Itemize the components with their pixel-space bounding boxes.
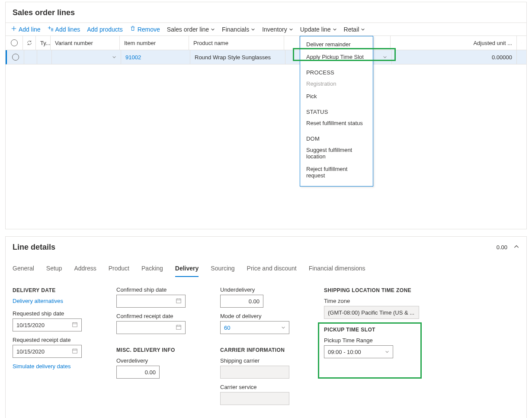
confirmed-ship-date-label: Confirmed ship date	[116, 286, 203, 293]
line-details-panel: Line details 0.00 General Setup Address …	[5, 236, 527, 418]
status-header: STATUS	[300, 103, 373, 117]
misc-delivery-header: MISC. DELIVERY INFO	[116, 347, 203, 353]
timezone-label: Time zone	[324, 298, 419, 304]
refresh-column[interactable]	[23, 36, 36, 50]
update-line-menu[interactable]: Update line	[300, 26, 337, 33]
chevron-down-icon	[211, 26, 215, 33]
tab-general[interactable]: General	[13, 262, 34, 277]
row-variant-cell[interactable]	[52, 50, 121, 64]
update-line-label: Update line	[300, 26, 331, 33]
tab-price-discount[interactable]: Price and discount	[247, 262, 297, 277]
chevron-down-icon	[289, 26, 293, 33]
add-lines-label: Add lines	[55, 26, 80, 33]
inventory-label: Inventory	[262, 26, 287, 33]
grid-empty-space	[6, 64, 526, 229]
more-columns-button[interactable]	[517, 36, 526, 50]
svg-rect-5	[176, 299, 181, 303]
timezone-input: (GMT-08:00) Pacific Time (US & ...	[324, 306, 419, 319]
panel-title: Sales order lines	[6, 2, 526, 23]
inventory-menu[interactable]: Inventory	[262, 26, 293, 33]
blank-column	[284, 36, 300, 50]
pickup-time-range-select[interactable]: 09:00 - 10:00	[324, 345, 393, 358]
svg-rect-6	[176, 325, 181, 329]
simulate-delivery-dates-link[interactable]: Simulate delivery dates	[13, 363, 99, 370]
overdelivery-input[interactable]: 0.00	[116, 366, 160, 379]
tab-address[interactable]: Address	[74, 262, 96, 277]
deliver-remainder-item[interactable]: Deliver remainder	[300, 38, 373, 51]
variant-column[interactable]: Variant number	[51, 36, 120, 50]
underdelivery-label: Underdelivery	[220, 286, 307, 293]
mode-of-delivery-value: 60	[224, 325, 230, 331]
sales-order-lines-panel: Sales order lines Add line Add lines Add…	[5, 2, 527, 229]
panel-title-text: Sales order lines	[13, 8, 75, 17]
line-details-amount: 0.00	[497, 244, 507, 251]
circle-icon	[11, 39, 18, 46]
tab-product[interactable]: Product	[109, 262, 129, 277]
overdelivery-label: Overdelivery	[116, 357, 203, 364]
carrier-service-label: Carrier service	[220, 384, 307, 390]
requested-receipt-date-input[interactable]: 10/15/2020	[13, 345, 82, 358]
confirmed-receipt-date-label: Confirmed receipt date	[116, 313, 203, 319]
adjusted-unit-column[interactable]: Adjusted unit ...	[391, 36, 517, 50]
row-type-cell	[37, 50, 52, 64]
dom-header: DOM	[300, 129, 373, 144]
mode-of-delivery-select[interactable]: 60	[220, 321, 289, 334]
requested-receipt-date-value: 10/15/2020	[16, 348, 45, 355]
trash-icon	[130, 26, 136, 33]
tz-pts-group: SHIPPING LOCATION TIME ZONE Time zone (G…	[324, 285, 419, 410]
pickup-time-slot-group: PICKUP TIME SLOT Pickup Time Range 09:00…	[324, 327, 419, 358]
add-line-button[interactable]: Add line	[11, 26, 41, 33]
tab-sourcing[interactable]: Sourcing	[211, 262, 234, 277]
sales-order-line-menu[interactable]: Sales order line	[167, 26, 215, 33]
overdelivery-value: 0.00	[145, 369, 156, 376]
confirmed-receipt-date-input[interactable]	[116, 321, 186, 334]
table-row[interactable]: 91002 Round Wrap Style Sunglasses Stock …	[6, 50, 526, 64]
chevron-up-icon[interactable]	[513, 244, 519, 251]
tab-delivery[interactable]: Delivery	[175, 262, 199, 277]
pickup-time-slot-header: PICKUP TIME SLOT	[324, 327, 419, 333]
tab-setup[interactable]: Setup	[46, 262, 62, 277]
chevron-down-icon	[333, 26, 337, 33]
row-more-cell	[517, 50, 526, 64]
process-header: PROCESS	[300, 63, 373, 77]
retail-menu[interactable]: Retail	[344, 26, 365, 33]
reset-fulfillment-item[interactable]: Reset fulfillment status	[300, 117, 373, 129]
tab-financial-dimensions[interactable]: Financial dimensions	[309, 262, 365, 277]
calendar-icon	[176, 298, 182, 305]
row-select[interactable]	[7, 50, 24, 64]
chevron-down-icon	[251, 26, 255, 33]
timezone-value: (GMT-08:00) Pacific Time (US & ...	[328, 309, 414, 316]
remove-label: Remove	[138, 26, 160, 33]
svg-rect-4	[73, 349, 77, 353]
chevron-down-icon	[385, 349, 389, 355]
chevron-down-icon	[112, 54, 116, 61]
add-lines-button[interactable]: Add lines	[48, 26, 80, 33]
confirmed-ship-date-input[interactable]	[116, 295, 186, 308]
registration-item: Registration	[300, 77, 373, 90]
financials-label: Financials	[222, 26, 249, 33]
tab-packing[interactable]: Packing	[141, 262, 163, 277]
requested-ship-date-input[interactable]: 10/15/2020	[13, 318, 82, 331]
reject-fulfillment-item[interactable]: Reject fulfillment request	[300, 163, 373, 182]
add-products-button[interactable]: Add products	[87, 26, 123, 33]
confirmed-group: Confirmed ship date Confirmed receipt da…	[116, 285, 203, 410]
product-column[interactable]: Product name	[189, 36, 284, 50]
suggest-fulfillment-item[interactable]: Suggest fulfillment location	[300, 144, 373, 163]
svg-rect-3	[73, 322, 77, 327]
calendar-icon	[176, 324, 182, 331]
underdelivery-input[interactable]: 0.00	[220, 295, 263, 308]
delivery-alternatives-link[interactable]: Delivery alternatives	[13, 298, 99, 304]
row-adjusted-cell: 0.00000	[392, 50, 517, 64]
remove-button[interactable]: Remove	[130, 26, 160, 33]
type-column[interactable]: Ty...	[36, 36, 51, 50]
carrier-info-header: CARRIER INFORMATION	[220, 347, 307, 353]
item-column[interactable]: Item number	[120, 36, 189, 50]
delivery-date-header: DELIVERY DATE	[13, 287, 99, 293]
apply-pickup-time-slot-item[interactable]: Apply Pickup Time Slot	[300, 51, 373, 63]
row-item-cell[interactable]: 91002	[121, 50, 190, 64]
select-all-cell[interactable]	[6, 36, 23, 50]
financials-menu[interactable]: Financials	[222, 26, 255, 33]
delivery-date-group: DELIVERY DATE Delivery alternatives Requ…	[13, 285, 99, 410]
row-product-cell: Round Wrap Style Sunglasses	[190, 50, 285, 64]
pick-item[interactable]: Pick	[300, 90, 373, 103]
